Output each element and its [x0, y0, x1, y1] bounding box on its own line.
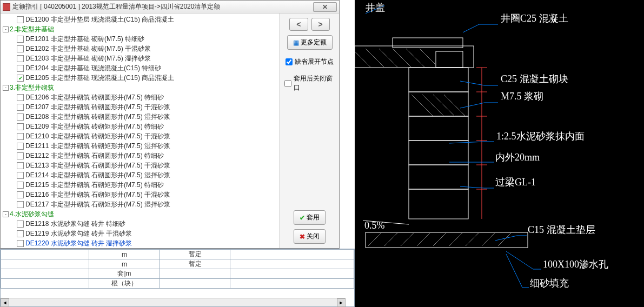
scroll-right-icon[interactable]: ► — [337, 298, 346, 307]
cad-annotation: C25 混凝土砌块 — [501, 74, 568, 84]
svg-line-21 — [384, 232, 398, 246]
tree-item[interactable]: DE1214 非定型井砌筑 石砌圆形井(M7.5) 湿拌砂浆 — [3, 170, 277, 180]
item-checkbox[interactable] — [17, 133, 24, 140]
item-checkbox[interactable] — [17, 172, 24, 179]
tree-pane[interactable]: DE1200 非定型井垫层 现浇混凝土(C15) 商品混凝土-2.非定型井基础D… — [1, 14, 280, 248]
table-row[interactable]: m暂定 — [1, 250, 354, 259]
table-row[interactable]: 套|m — [1, 269, 354, 279]
item-label: DE1202 非定型井基础 砌砖(M7.5) 干混砂浆 — [25, 44, 151, 54]
item-checkbox[interactable] — [17, 182, 24, 189]
table-cell[interactable] — [230, 259, 354, 269]
tree-item[interactable]: DE1206 非定型井砌筑 砖砌圆形井(M7.5) 特细砂 — [3, 92, 277, 102]
item-checkbox[interactable] — [17, 123, 24, 130]
item-label: DE1204 非定型井基础 现浇混凝土(C15) 特细砂 — [25, 64, 161, 73]
item-checkbox[interactable] — [17, 65, 24, 72]
more-quota-button[interactable]: ▦更多定额 — [287, 35, 333, 50]
tree-item[interactable]: DE1217 非定型井砌筑 石砌矩形井(M7.5) 湿拌砂浆 — [3, 199, 277, 209]
tree-group[interactable]: -4.水泥砂浆勾缝 — [3, 209, 277, 219]
table-cell[interactable]: 根（块） — [89, 279, 160, 289]
tree-item[interactable]: DE1215 非定型井砌筑 石砌矩形井(M7.5) 特细砂 — [3, 180, 277, 190]
item-label: 3.非定型井砌筑 — [10, 83, 54, 92]
horizontal-scrollbar[interactable]: ◄ ► — [1, 298, 346, 306]
tree-item[interactable]: DE1209 非定型井砌筑 砖砌矩形井(M7.5) 特细砂 — [3, 122, 277, 131]
toggle-icon[interactable]: - — [3, 211, 9, 217]
item-checkbox[interactable] — [17, 104, 24, 111]
item-checkbox[interactable] — [17, 201, 24, 208]
tree-item[interactable]: DE1200 非定型井垫层 现浇混凝土(C15) 商品混凝土 — [3, 15, 277, 24]
grid-table[interactable]: m暂定m暂定套|m根（块） — [1, 249, 354, 289]
tree-item[interactable]: DE1211 非定型井砌筑 砖砌矩形井(M7.5) 湿拌砂浆 — [3, 141, 277, 151]
item-checkbox[interactable] — [17, 152, 24, 159]
tree-item[interactable]: DE1207 非定型井砌筑 砖砌圆形井(M7.5) 干混砂浆 — [3, 102, 277, 112]
tree-item[interactable]: DE1212 非定型井砌筑 石砌圆形井(M7.5) 特细砂 — [3, 151, 277, 161]
item-checkbox[interactable] — [17, 230, 24, 237]
table-cell[interactable] — [1, 269, 89, 279]
close-dialog-button[interactable]: ✖关闭 — [294, 229, 326, 244]
svg-line-17 — [433, 95, 455, 116]
item-checkbox[interactable] — [17, 75, 24, 82]
prev-button[interactable]: < — [289, 18, 308, 31]
table-row[interactable]: 根（块） — [1, 279, 354, 289]
table-cell[interactable] — [230, 269, 354, 279]
table-cell[interactable] — [230, 279, 354, 289]
svg-line-27 — [482, 232, 495, 246]
table-cell[interactable] — [230, 250, 354, 259]
item-label: DE1201 非定型井基础 砌砖(M7.5) 特细砂 — [25, 35, 144, 44]
tree-item[interactable]: DE1213 非定型井砌筑 石砌圆形井(M7.5) 干混砂浆 — [3, 161, 277, 170]
scroll-track[interactable] — [9, 298, 337, 307]
tree-item[interactable]: DE1201 非定型井基础 砌砖(M7.5) 特细砂 — [3, 34, 277, 44]
tree-item[interactable]: DE1205 非定型井基础 现浇混凝土(C15) 商品混凝土 — [3, 73, 277, 83]
tree-item[interactable]: DE1218 水泥砂浆勾缝 砖井 特细砂 — [3, 219, 277, 229]
table-cell[interactable]: 暂定 — [160, 250, 230, 259]
table-cell[interactable]: m — [89, 259, 160, 269]
tree-item[interactable]: DE1204 非定型井基础 现浇混凝土(C15) 特细砂 — [3, 63, 277, 73]
next-button[interactable]: > — [311, 18, 330, 31]
tree-item[interactable]: DE1216 非定型井砌筑 石砌矩形井(M7.5) 干混砂浆 — [3, 190, 277, 199]
table-cell[interactable]: 暂定 — [160, 259, 230, 269]
cad-viewport[interactable]: 井盖井圈C25 混凝土C25 混凝土砌块M7.5 浆砌1:2.5水泥砂浆抹内面内… — [355, 0, 644, 307]
toggle-icon[interactable]: - — [3, 85, 9, 91]
item-checkbox[interactable] — [17, 191, 24, 198]
item-label: DE1219 水泥砂浆勾缝 砖井 干混砂浆 — [25, 229, 132, 238]
expand-checkbox-row[interactable]: 缺省展开节点 — [286, 57, 334, 66]
expand-checkbox[interactable] — [286, 58, 293, 65]
item-checkbox[interactable] — [17, 45, 24, 52]
table-cell[interactable]: 套|m — [89, 269, 160, 279]
scroll-left-icon[interactable]: ◄ — [1, 298, 9, 307]
table-cell[interactable] — [160, 279, 230, 289]
item-checkbox[interactable] — [17, 143, 24, 150]
tree-item[interactable]: DE1220 水泥砂浆勾缝 砖井 湿拌砂浆 — [3, 238, 277, 248]
table-cell[interactable] — [160, 269, 230, 279]
item-checkbox[interactable] — [17, 16, 24, 23]
apply-button[interactable]: ✔套用 — [294, 210, 326, 225]
table-cell[interactable] — [1, 279, 89, 289]
table-cell[interactable] — [1, 259, 89, 269]
table-row[interactable]: m暂定 — [1, 259, 354, 269]
tree-item[interactable]: DE1210 非定型井砌筑 砖砌矩形井(M7.5) 干混砂浆 — [3, 131, 277, 141]
item-checkbox[interactable] — [17, 114, 24, 121]
svg-line-28 — [498, 232, 512, 246]
svg-rect-9 — [409, 68, 468, 92]
item-checkbox[interactable] — [17, 36, 24, 43]
tree-group[interactable]: -2.非定型井基础 — [3, 24, 277, 34]
item-label: DE1217 非定型井砌筑 石砌矩形井(M7.5) 湿拌砂浆 — [25, 200, 170, 209]
table-cell[interactable] — [1, 250, 89, 259]
item-checkbox[interactable] — [17, 240, 24, 247]
cad-annotation: 1:2.5水泥砂浆抹内面 — [496, 131, 585, 142]
item-checkbox[interactable] — [17, 162, 24, 169]
item-checkbox[interactable] — [17, 94, 24, 101]
close-after-checkbox-row[interactable]: 套用后关闭窗口 — [284, 74, 335, 92]
toggle-icon[interactable]: - — [3, 26, 9, 32]
close-after-checkbox[interactable] — [284, 80, 291, 87]
svg-line-16 — [422, 95, 444, 116]
close-button[interactable]: ✕ — [313, 2, 337, 12]
tree-item[interactable]: DE1208 非定型井砌筑 砖砌圆形井(M7.5) 湿拌砂浆 — [3, 112, 277, 122]
cad-annotation: 内外20mm — [495, 152, 540, 163]
tree-item[interactable]: DE1202 非定型井基础 砌砖(M7.5) 干混砂浆 — [3, 44, 277, 54]
item-checkbox[interactable] — [17, 55, 24, 62]
table-cell[interactable]: m — [89, 250, 160, 259]
tree-group[interactable]: -3.非定型井砌筑 — [3, 83, 277, 92]
item-checkbox[interactable] — [17, 221, 24, 228]
tree-item[interactable]: DE1203 非定型井基础 砌砖(M7.5) 湿拌砂浆 — [3, 54, 277, 63]
tree-item[interactable]: DE1219 水泥砂浆勾缝 砖井 干混砂浆 — [3, 229, 277, 238]
